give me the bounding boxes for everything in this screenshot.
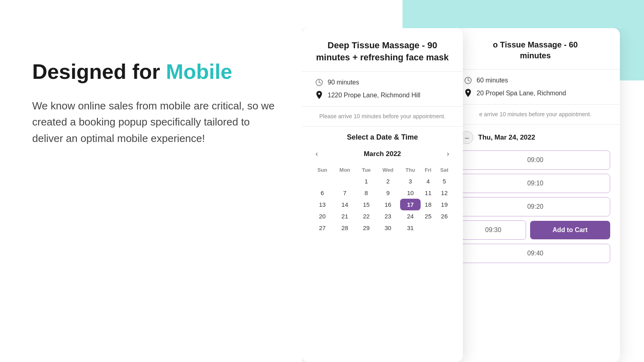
- day-header-tue: Tue: [357, 165, 376, 175]
- clock-icon: [315, 78, 324, 87]
- calendar-day-14[interactable]: 14: [333, 199, 357, 210]
- time-slot-0920[interactable]: 09:20: [460, 197, 610, 216]
- card2-location-text: 20 Propel Spa Lane, Richmond: [477, 90, 566, 97]
- day-header-thu: Thu: [400, 165, 421, 175]
- card2-duration-text: 60 minutes: [477, 77, 508, 84]
- card2-location-item: 20 Propel Spa Lane, Richmond: [464, 89, 607, 98]
- calendar-section: Select a Date & Time ‹ March 2022 › Sun …: [302, 127, 463, 362]
- calendar-next-button[interactable]: ›: [443, 148, 453, 160]
- card2-meta: 60 minutes 20 Propel Spa Lane, Richmond: [451, 70, 620, 105]
- selected-date-label: Thu, Mar 24, 2022: [478, 134, 535, 142]
- calendar-day-16[interactable]: 16: [376, 199, 400, 210]
- calendar-day-29[interactable]: 29: [357, 222, 376, 234]
- calendar-day-17[interactable]: 17: [400, 199, 421, 210]
- calendar-day-5[interactable]: 5: [436, 175, 453, 187]
- calendar-nav: ‹ March 2022 ›: [312, 148, 453, 160]
- card2-header: o Tissue Massage - 60minutes: [451, 28, 620, 70]
- card2-title: o Tissue Massage - 60minutes: [464, 39, 607, 61]
- calendar-section-title: Select a Date & Time: [312, 133, 453, 142]
- calendar-day-1[interactable]: 1: [357, 175, 376, 187]
- card1-location-text: 1220 Prope Lane, Richmond Hill: [328, 92, 420, 99]
- card1-title: Deep Tissue Massage - 90 minutes + refre…: [315, 39, 450, 63]
- calendar-day-8[interactable]: 8: [357, 187, 376, 199]
- card1-meta: 90 minutes 1220 Prope Lane, Richmond Hil…: [302, 72, 463, 107]
- day-header-fri: Fri: [421, 165, 435, 175]
- calendar-day-30[interactable]: 30: [376, 222, 400, 234]
- card1-duration-item: 90 minutes: [315, 78, 450, 87]
- time-slot-0930[interactable]: 09:30: [460, 220, 526, 240]
- calendar-day-20[interactable]: 20: [312, 210, 333, 222]
- calendar-day-28[interactable]: 28: [333, 222, 357, 234]
- svg-line-2: [319, 82, 321, 83]
- card2-clock-icon: [464, 76, 473, 85]
- calendar-day-22[interactable]: 22: [357, 210, 376, 222]
- calendar-day-18[interactable]: 18: [421, 199, 435, 210]
- calendar-day-26[interactable]: 26: [436, 210, 453, 222]
- time-slots-list: 09:00 09:10 09:20 09:30 Add to Cart 09:4…: [460, 150, 610, 263]
- calendar-day-31[interactable]: 31: [400, 222, 421, 234]
- calendar-day-13[interactable]: 13: [312, 199, 333, 210]
- calendar-day-19[interactable]: 19: [436, 199, 453, 210]
- day-header-mon: Mon: [333, 165, 357, 175]
- calendar-day-2[interactable]: 2: [376, 175, 400, 187]
- calendar-day-4[interactable]: 4: [421, 175, 435, 187]
- day-header-sat: Sat: [436, 165, 453, 175]
- booking-card-primary: Deep Tissue Massage - 90 minutes + refre…: [302, 28, 463, 362]
- add-to-cart-button[interactable]: Add to Cart: [530, 221, 610, 239]
- card2-location-icon: [464, 89, 473, 98]
- time-slot-row-0930: 09:30 Add to Cart: [460, 220, 610, 240]
- calendar-month-label: March 2022: [364, 150, 401, 158]
- date-header: – Thu, Mar 24, 2022: [460, 131, 610, 144]
- time-slot-0900[interactable]: 09:00: [460, 150, 610, 170]
- calendar-day-10[interactable]: 10: [400, 187, 421, 199]
- calendar-day-21[interactable]: 21: [333, 210, 357, 222]
- calendar-day-9[interactable]: 9: [376, 187, 400, 199]
- card2-duration-item: 60 minutes: [464, 76, 607, 85]
- calendar-day-12[interactable]: 12: [436, 187, 453, 199]
- svg-line-5: [468, 80, 470, 81]
- calendar-day-3[interactable]: 3: [400, 175, 421, 187]
- time-slot-0940[interactable]: 09:40: [460, 244, 610, 263]
- calendar-day-15[interactable]: 15: [357, 199, 376, 210]
- calendar-day-27[interactable]: 27: [312, 222, 333, 234]
- card1-arrival-note: Please arrive 10 minutes before your app…: [302, 107, 463, 127]
- card2-title-text: o Tissue Massage - 60minutes: [493, 40, 578, 60]
- location-icon: [315, 91, 324, 100]
- card2-arrival-note: e arrive 10 minutes before your appointm…: [451, 105, 620, 125]
- calendar-day-11[interactable]: 11: [421, 187, 435, 199]
- card1-duration-text: 90 minutes: [328, 79, 359, 86]
- calendar-day-23[interactable]: 23: [376, 210, 400, 222]
- headline-mobile: Mobile: [166, 60, 232, 83]
- calendar-day-25[interactable]: 25: [421, 210, 435, 222]
- main-headline: Designed for Mobile: [32, 60, 282, 83]
- calendar-day-24[interactable]: 24: [400, 210, 421, 222]
- headline-text: Designed for: [32, 60, 166, 83]
- date-time-section: – Thu, Mar 24, 2022 09:00 09:10 09:20 09…: [451, 125, 620, 362]
- calendar-prev-button[interactable]: ‹: [312, 148, 322, 160]
- calendar-grid: Sun Mon Tue Wed Thu Fri Sat 123456789101…: [312, 165, 453, 234]
- cards-area: Deep Tissue Massage - 90 minutes + refre…: [302, 28, 644, 362]
- card1-location-item: 1220 Prope Lane, Richmond Hill: [315, 91, 450, 100]
- description-text: We know online sales from mobile are cri…: [32, 98, 282, 146]
- day-header-sun: Sun: [312, 165, 333, 175]
- calendar-day-7[interactable]: 7: [333, 187, 357, 199]
- day-header-wed: Wed: [376, 165, 400, 175]
- calendar-day-6[interactable]: 6: [312, 187, 333, 199]
- time-slot-0910[interactable]: 09:10: [460, 174, 610, 193]
- left-content-area: Designed for Mobile We know online sales…: [32, 60, 282, 146]
- booking-card-secondary: o Tissue Massage - 60minutes 60 minutes: [451, 28, 620, 362]
- card1-header: Deep Tissue Massage - 90 minutes + refre…: [302, 28, 463, 72]
